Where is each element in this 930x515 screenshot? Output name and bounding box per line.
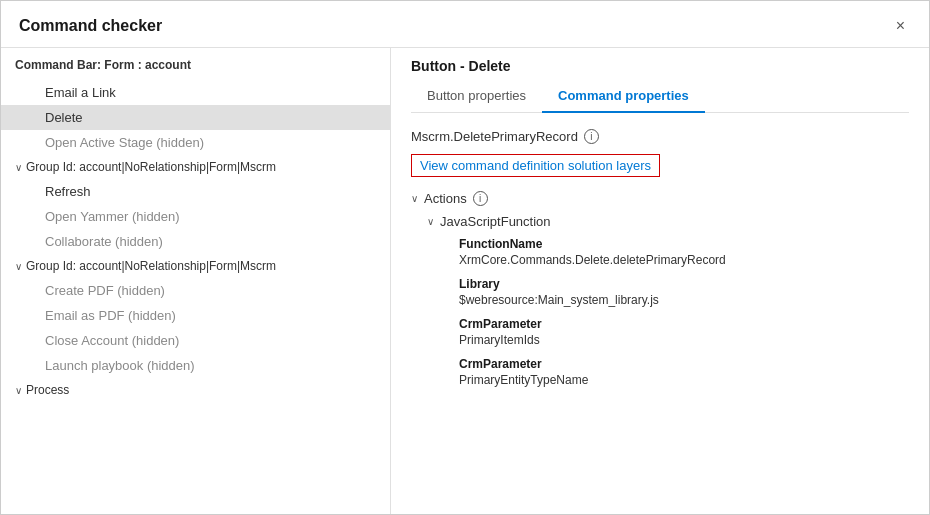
list-item[interactable]: Close Account (hidden) bbox=[1, 328, 390, 353]
right-panel-title: Button - Delete bbox=[411, 58, 909, 74]
list-item[interactable]: Email a Link bbox=[1, 80, 390, 105]
group-header: ∨ Process bbox=[1, 378, 390, 402]
chevron-down-icon: ∨ bbox=[427, 216, 434, 227]
left-panel: Command Bar: Form : account Email a Link… bbox=[1, 48, 391, 514]
property-function-name: FunctionName XrmCore.Commands.Delete.del… bbox=[459, 237, 909, 267]
chevron-down-icon: ∨ bbox=[15, 162, 22, 173]
chevron-down-icon: ∨ bbox=[15, 261, 22, 272]
crmparam2-label: CrmParameter bbox=[459, 357, 909, 371]
property-library: Library $webresource:Main_system_library… bbox=[459, 277, 909, 307]
view-solution-layers-link[interactable]: View command definition solution layers bbox=[420, 158, 651, 173]
left-panel-header: Command Bar: Form : account bbox=[1, 48, 390, 80]
group-header: ∨ Group Id: account|NoRelationship|Form|… bbox=[1, 254, 390, 278]
right-panel-header: Button - Delete Button properties Comman… bbox=[391, 48, 929, 113]
command-checker-dialog: Command checker × Command Bar: Form : ac… bbox=[0, 0, 930, 515]
info-icon[interactable]: i bbox=[584, 129, 599, 144]
list-item[interactable]: Collaborate (hidden) bbox=[1, 229, 390, 254]
dialog-body: Command Bar: Form : account Email a Link… bbox=[1, 48, 929, 514]
property-crmparam-1: CrmParameter PrimaryItemIds bbox=[459, 317, 909, 347]
info-icon[interactable]: i bbox=[473, 191, 488, 206]
view-link-box: View command definition solution layers bbox=[411, 154, 660, 177]
actions-label: Actions bbox=[424, 191, 467, 206]
dialog-header: Command checker × bbox=[1, 1, 929, 48]
tab-command-properties[interactable]: Command properties bbox=[542, 82, 705, 113]
tab-button-properties[interactable]: Button properties bbox=[411, 82, 542, 113]
crmparam1-value: PrimaryItemIds bbox=[459, 333, 909, 347]
group-label: Process bbox=[26, 383, 69, 397]
group-label: Group Id: account|NoRelationship|Form|Ms… bbox=[26, 259, 276, 273]
property-crmparam-2: CrmParameter PrimaryEntityTypeName bbox=[459, 357, 909, 387]
command-name: Mscrm.DeletePrimaryRecord bbox=[411, 129, 578, 144]
group-header: ∨ Group Id: account|NoRelationship|Form|… bbox=[1, 155, 390, 179]
list-item[interactable]: Launch playbook (hidden) bbox=[1, 353, 390, 378]
library-value: $webresource:Main_system_library.js bbox=[459, 293, 909, 307]
group-label: Group Id: account|NoRelationship|Form|Ms… bbox=[26, 160, 276, 174]
tabs: Button properties Command properties bbox=[411, 82, 909, 113]
list-item[interactable]: Open Yammer (hidden) bbox=[1, 204, 390, 229]
chevron-down-icon: ∨ bbox=[15, 385, 22, 396]
list-item[interactable]: Open Active Stage (hidden) bbox=[1, 130, 390, 155]
javascript-function-section: ∨ JavaScriptFunction FunctionName XrmCor… bbox=[427, 214, 909, 387]
dialog-title: Command checker bbox=[19, 17, 162, 35]
crmparam2-value: PrimaryEntityTypeName bbox=[459, 373, 909, 387]
right-panel: Button - Delete Button properties Comman… bbox=[391, 48, 929, 514]
command-name-row: Mscrm.DeletePrimaryRecord i bbox=[411, 129, 909, 144]
list-item[interactable]: Email as PDF (hidden) bbox=[1, 303, 390, 328]
javascript-function-label: JavaScriptFunction bbox=[440, 214, 551, 229]
list-item[interactable]: Refresh bbox=[1, 179, 390, 204]
library-label: Library bbox=[459, 277, 909, 291]
chevron-down-icon: ∨ bbox=[411, 193, 418, 204]
list-item-delete[interactable]: Delete bbox=[1, 105, 390, 130]
function-name-label: FunctionName bbox=[459, 237, 909, 251]
close-button[interactable]: × bbox=[890, 15, 911, 37]
actions-section-header: ∨ Actions i bbox=[411, 191, 909, 206]
function-name-value: XrmCore.Commands.Delete.deletePrimaryRec… bbox=[459, 253, 909, 267]
crmparam1-label: CrmParameter bbox=[459, 317, 909, 331]
right-panel-content: Mscrm.DeletePrimaryRecord i View command… bbox=[391, 113, 929, 514]
javascript-function-header: ∨ JavaScriptFunction bbox=[427, 214, 909, 229]
list-item[interactable]: Create PDF (hidden) bbox=[1, 278, 390, 303]
